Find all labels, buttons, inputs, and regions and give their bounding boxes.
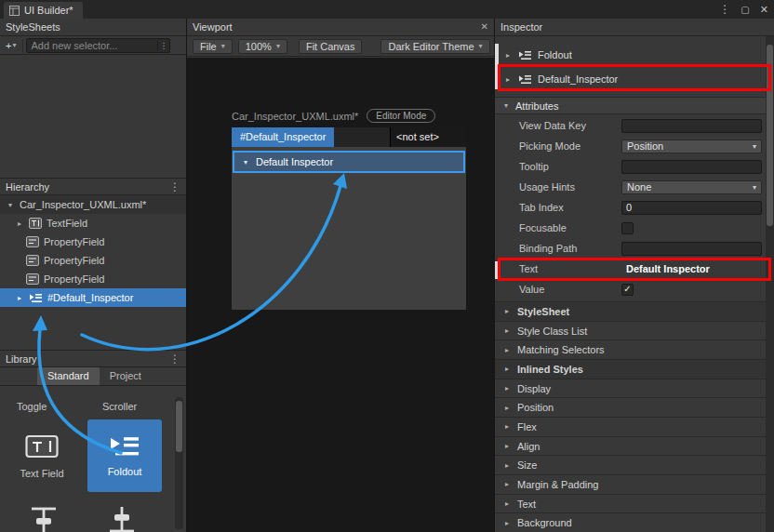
- zoom-dropdown[interactable]: 100% ▾: [238, 39, 287, 54]
- window-menu-icon[interactable]: ⋮: [719, 3, 730, 16]
- library-content: Toggle Scroller Text Field Foldout: [0, 386, 186, 532]
- value-checkbox[interactable]: ✓: [621, 284, 634, 296]
- binding-path-input[interactable]: [621, 242, 762, 256]
- window-maximize-icon[interactable]: ▢: [741, 5, 749, 15]
- theme-dropdown[interactable]: Dark Editor Theme ▾: [380, 39, 489, 54]
- add-selector-input[interactable]: Add new selector... ⋮: [26, 38, 170, 53]
- tree-row-default-inspector[interactable]: ▸ #Default_Inspector: [0, 288, 186, 307]
- selector-input-menu-icon[interactable]: ⋮: [157, 41, 169, 50]
- inspector-scrollbar-thumb[interactable]: [767, 45, 773, 226]
- section-inlined-styles[interactable]: ▸ Inlined Styles: [495, 359, 774, 379]
- chevron-down-icon: ▾: [753, 181, 756, 193]
- slider-tile-icon[interactable]: [106, 503, 138, 532]
- chevron-collapsed-icon: ▸: [502, 422, 512, 431]
- canvas-selected-element-tab[interactable]: #Default_Inspector: [232, 127, 334, 147]
- tooltip-input[interactable]: [621, 160, 762, 174]
- fit-canvas-button[interactable]: Fit Canvas: [299, 39, 363, 54]
- window-close-icon[interactable]: ✕: [760, 4, 768, 16]
- tree-item-label: PropertyField: [44, 255, 104, 266]
- hierarchy-title: Hierarchy: [6, 179, 49, 195]
- viewport-canvas[interactable]: Car_Inspector_UXML.uxml* Editor Mode #De…: [187, 58, 494, 532]
- library-tile-text-field[interactable]: Text Field: [4, 419, 80, 492]
- attributes-section-header[interactable]: ▾ Attributes: [495, 97, 774, 114]
- chevron-collapsed-icon[interactable]: ▸: [503, 51, 513, 60]
- tree-row-propertyfield-1[interactable]: PropertyField: [0, 233, 186, 251]
- section-flex[interactable]: ▸ Flex: [495, 417, 774, 436]
- fit-canvas-label: Fit Canvas: [306, 41, 355, 52]
- tab-index-input[interactable]: 0: [621, 201, 762, 215]
- inspector-panel: Inspector ▸ Foldout ▸ Default_Inspector …: [494, 19, 774, 532]
- chevron-collapsed-icon[interactable]: ▸: [15, 294, 24, 302]
- ui-builder-tab[interactable]: UI Builder*: [4, 2, 83, 19]
- add-selector-button[interactable]: + ▾: [2, 38, 20, 53]
- plus-icon: +: [6, 40, 11, 51]
- section-size[interactable]: ▸ Size: [495, 455, 774, 474]
- document-name: Car_Inspector_UXML.uxml*: [232, 111, 358, 122]
- attr-label: Value: [519, 284, 621, 295]
- tree-row-propertyfield-3[interactable]: PropertyField: [0, 270, 186, 288]
- usage-hints-dropdown[interactable]: None ▾: [621, 180, 762, 194]
- hierarchy-root-row[interactable]: ▾ Car_Inspector_UXML.uxml*: [0, 195, 186, 214]
- chevron-expanded-icon[interactable]: ▾: [6, 201, 15, 209]
- section-align[interactable]: ▸ Align: [495, 436, 774, 456]
- library-item-scroller-label[interactable]: Scroller: [102, 401, 137, 412]
- attr-row-usage-hints: Usage Hints None ▾: [495, 177, 774, 197]
- propertyfield-icon: [26, 236, 39, 247]
- picking-mode-dropdown[interactable]: Position ▾: [621, 140, 762, 153]
- library-item-toggle-label[interactable]: Toggle: [17, 401, 47, 412]
- section-text[interactable]: ▸ Text: [495, 494, 774, 513]
- view-data-key-input[interactable]: [621, 119, 762, 133]
- chevron-collapsed-icon: ▸: [502, 442, 512, 450]
- file-menu-button[interactable]: File ▾: [193, 39, 233, 54]
- drop-indicator-bar: [495, 261, 499, 279]
- section-background[interactable]: ▸ Background: [495, 512, 774, 532]
- chevron-collapsed-icon: ▸: [502, 480, 512, 488]
- chevron-collapsed-icon[interactable]: ▸: [15, 219, 24, 228]
- foldout-icon: [29, 293, 43, 303]
- inspector-type-row-foldout[interactable]: ▸ Foldout: [503, 44, 572, 66]
- attr-label: Binding Path: [519, 243, 621, 254]
- canvas-document[interactable]: #Default_Inspector <not set> ▾ Default I…: [232, 127, 466, 310]
- inspector-scrollbar[interactable]: [766, 36, 774, 532]
- tab-standard[interactable]: Standard: [37, 367, 100, 385]
- toolbar-divider: [22, 39, 23, 52]
- chevron-collapsed-icon: ▸: [502, 404, 512, 412]
- section-style-class-list[interactable]: ▸ Style Class List: [495, 321, 774, 340]
- hierarchy-menu-icon[interactable]: ⋮: [169, 179, 180, 195]
- hierarchy-root-label: Car_Inspector_UXML.uxml*: [20, 199, 146, 210]
- chevron-collapsed-icon: ▸: [502, 326, 512, 335]
- tab-project[interactable]: Project: [100, 367, 152, 385]
- chevron-collapsed-icon[interactable]: ▸: [503, 75, 513, 84]
- section-display[interactable]: ▸ Display: [495, 379, 774, 398]
- library-scrollbar-thumb[interactable]: [176, 401, 182, 452]
- editor-mode-badge[interactable]: Editor Mode: [367, 109, 435, 123]
- attr-row-text: Text Default Inspector: [495, 259, 774, 279]
- section-label: Display: [517, 383, 551, 394]
- theme-label: Dark Editor Theme: [388, 41, 474, 52]
- viewport-close-icon[interactable]: ✕: [481, 19, 488, 35]
- focusable-checkbox[interactable]: [621, 222, 634, 234]
- attr-label: Picking Mode: [519, 140, 621, 152]
- section-stylesheet[interactable]: ▸ StyleSheet: [495, 301, 774, 321]
- canvas-foldout-element[interactable]: ▾ Default Inspector: [233, 151, 465, 173]
- chevron-expanded-icon[interactable]: ▾: [241, 158, 250, 166]
- section-label: Matching Selectors: [517, 344, 605, 355]
- tree-item-label: PropertyField: [44, 236, 104, 247]
- tree-row-textfield[interactable]: ▸ TextField: [0, 214, 186, 233]
- attr-row-value: Value ✓: [495, 279, 774, 299]
- library-tile-foldout[interactable]: Foldout: [87, 419, 162, 492]
- foldout-icon: [518, 50, 532, 60]
- library-menu-icon[interactable]: ⋮: [169, 351, 180, 367]
- library-scrollbar[interactable]: [175, 397, 183, 529]
- not-set-dropdown[interactable]: <not set>: [390, 127, 466, 147]
- tree-item-label: PropertyField: [44, 273, 104, 285]
- tree-row-propertyfield-2[interactable]: PropertyField: [0, 251, 186, 270]
- section-matching-selectors[interactable]: ▸ Matching Selectors: [495, 339, 774, 359]
- section-label: Background: [517, 517, 572, 528]
- inspector-type-row-instance[interactable]: ▸ Default_Inspector: [503, 68, 618, 90]
- slider-tile-icon[interactable]: [28, 503, 60, 532]
- text-input[interactable]: Default Inspector: [621, 262, 762, 276]
- section-position[interactable]: ▸ Position: [495, 397, 774, 417]
- usage-hints-value: None: [627, 181, 651, 193]
- section-margin-padding[interactable]: ▸ Margin & Padding: [495, 474, 774, 494]
